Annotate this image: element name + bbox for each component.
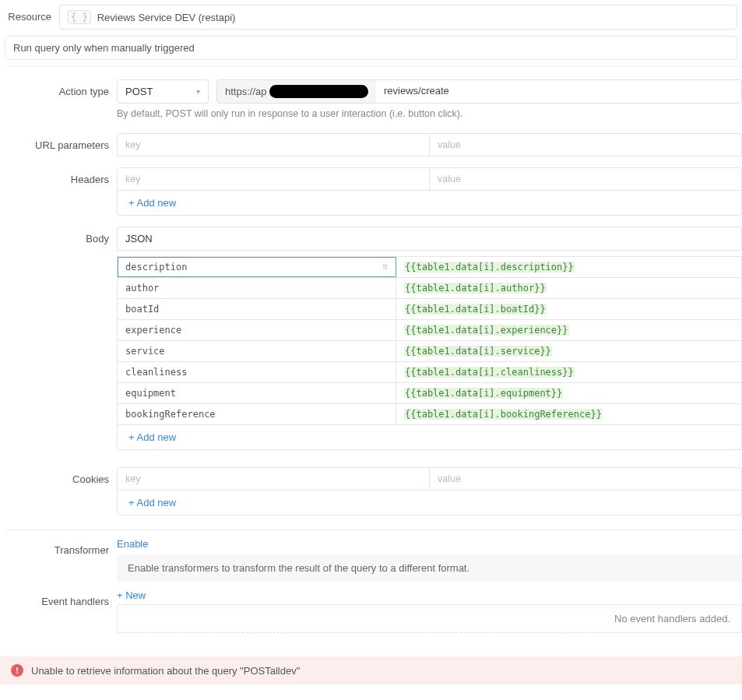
body-key-value: bookingReference [125,409,216,420]
body-key-input[interactable]: author [118,278,396,298]
body-key-input[interactable]: description⠿ [118,257,396,277]
event-handlers-new-button[interactable]: + New [117,589,146,601]
drag-handle-icon[interactable]: ⠿ [382,263,388,272]
body-value-input[interactable]: {{table1.data[i].equipment}} [396,383,741,403]
body-key-value: author [125,283,159,294]
body-value-input[interactable]: {{table1.data[i].author}} [396,278,741,298]
event-handlers-empty: No event handlers added. [117,604,742,633]
transformer-enable-button[interactable]: Enable [117,538,148,550]
url-path-input[interactable]: reviews/create [376,79,742,104]
http-method-select[interactable]: POST ▾ [117,79,209,104]
body-key-input[interactable]: experience [118,320,396,340]
url-params-label: URL parameters [5,133,117,151]
url-params-row: key value [117,133,742,157]
body-row: experience{{table1.data[i].experience}} [118,319,741,340]
body-value-template: {{table1.data[i].cleanliness}} [404,367,575,378]
body-type-select[interactable]: JSON [117,227,742,251]
rest-api-icon: { } [68,10,91,24]
event-handlers-label: Event handlers [5,589,117,607]
body-value-input[interactable]: {{table1.data[i].service}} [396,341,741,361]
body-key-value: equipment [125,388,176,399]
body-value-input[interactable]: {{table1.data[i].description}} [396,257,741,277]
body-value-template: {{table1.data[i].service}} [404,346,552,357]
body-row: cleanliness{{table1.data[i].cleanliness}… [118,361,741,382]
body-value-template: {{table1.data[i].bookingReference}} [404,409,603,420]
body-key-value: cleanliness [125,367,187,378]
body-key-input[interactable]: equipment [118,383,396,403]
transformer-label: Transformer [5,538,117,556]
body-row: description⠿{{table1.data[i].description… [118,256,741,277]
body-row: bookingReference{{table1.data[i].booking… [118,403,741,424]
resource-select[interactable]: { } Reviews Service DEV (restapi) [59,5,737,30]
body-key-value: description [125,262,187,273]
action-hint: By default, POST will only run in respon… [117,108,742,119]
body-value-template: {{table1.data[i].description}} [404,262,575,273]
body-value-input[interactable]: {{table1.data[i].bookingReference}} [396,404,741,424]
body-value-template: {{table1.data[i].experience}} [404,325,569,336]
body-row: service{{table1.data[i].service}} [118,340,741,361]
url-path-value: reviews/create [384,85,449,97]
body-rows-container: description⠿{{table1.data[i].description… [117,256,742,425]
resource-label: Resource [5,5,59,23]
base-url-display: https://ap [216,79,377,104]
cookies-label: Cookies [5,467,117,485]
body-value-input[interactable]: {{table1.data[i].boatId}} [396,299,741,319]
error-message: Unable to retrieve information about the… [31,665,300,677]
body-value-template: {{table1.data[i].equipment}} [404,388,563,399]
cookies-add-new-button[interactable]: + Add new [117,491,742,515]
trigger-mode-select[interactable]: Run query only when manually triggered [5,36,737,60]
body-row: boatId{{table1.data[i].boatId}} [118,298,741,319]
body-value-template: {{table1.data[i].boatId}} [404,304,547,315]
trigger-mode-value: Run query only when manually triggered [13,42,195,54]
action-type-label: Action type [5,79,117,97]
body-type-value: JSON [125,233,153,244]
body-row: author{{table1.data[i].author}} [118,277,741,298]
error-icon: ! [11,664,23,677]
body-key-value: experience [125,325,181,336]
body-key-value: boatId [125,304,159,315]
cookies-key-input[interactable]: key [118,468,430,490]
body-label: Body [5,227,117,244]
headers-row: key value [117,167,742,191]
body-key-input[interactable]: bookingReference [118,404,396,424]
cookies-row: key value [117,467,742,491]
chevron-down-icon: ▾ [196,87,200,96]
headers-key-input[interactable]: key [118,168,430,190]
divider [5,66,742,67]
body-row: equipment{{table1.data[i].equipment}} [118,382,741,403]
body-value-input[interactable]: {{table1.data[i].cleanliness}} [396,362,741,382]
headers-label: Headers [5,167,117,185]
resource-value: Reviews Service DEV (restapi) [97,12,236,23]
http-method-value: POST [125,86,153,97]
headers-value-input[interactable]: value [430,168,741,190]
url-params-value-input[interactable]: value [430,134,741,156]
url-params-key-input[interactable]: key [118,134,430,156]
divider [5,529,742,530]
error-bar: ! Unable to retrieve information about t… [0,656,742,684]
body-key-input[interactable]: cleanliness [118,362,396,382]
body-value-input[interactable]: {{table1.data[i].experience}} [396,320,741,340]
body-value-template: {{table1.data[i].author}} [404,283,547,294]
body-key-input[interactable]: boatId [118,299,396,319]
body-add-new-button[interactable]: + Add new [117,425,742,450]
redacted-url-icon [269,85,368,98]
headers-add-new-button[interactable]: + Add new [117,191,742,216]
body-key-input[interactable]: service [118,341,396,361]
base-url-prefix: https://ap [225,86,266,97]
transformer-description: Enable transformers to transform the res… [117,554,742,582]
cookies-value-input[interactable]: value [430,468,741,490]
body-key-value: service [125,346,165,357]
